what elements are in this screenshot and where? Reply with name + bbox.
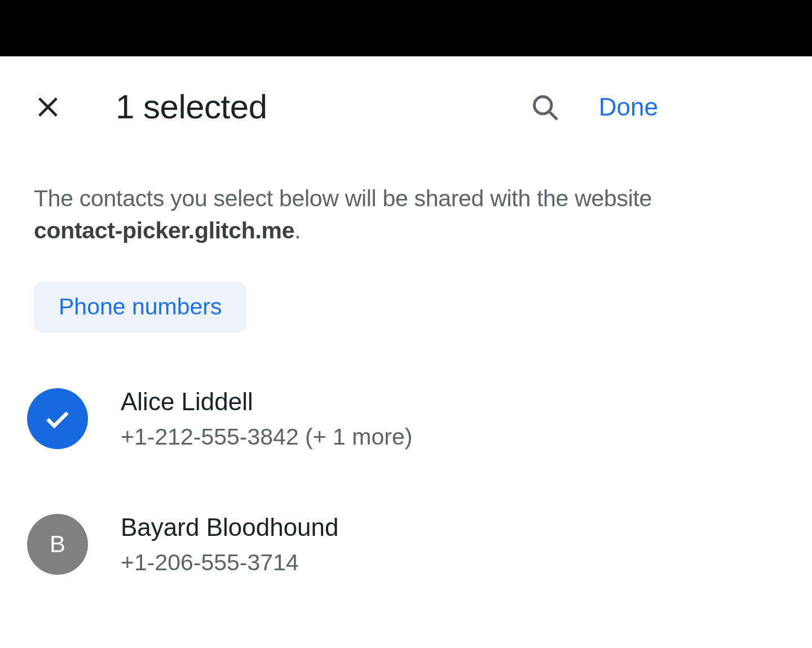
contact-row[interactable]: B Bayard Bloodhound +1-206-555-3714 [34, 498, 658, 592]
status-bar [0, 0, 812, 56]
svg-line-3 [549, 112, 556, 118]
contact-detail: +1-206-555-3714 [121, 549, 339, 576]
share-info-site: contact-picker.glitch.me [34, 218, 294, 243]
close-icon [35, 94, 61, 120]
picker-header: 1 selected Done [34, 56, 658, 140]
contact-row[interactable]: Alice Liddell +1-212-555-3842 (+ 1 more) [34, 372, 658, 466]
contact-info: Bayard Bloodhound +1-206-555-3714 [121, 513, 339, 576]
contact-avatar-selected [27, 388, 88, 449]
contact-info: Alice Liddell +1-212-555-3842 (+ 1 more) [121, 388, 412, 450]
property-chip-phone[interactable]: Phone numbers [34, 281, 246, 332]
share-info-suffix: . [294, 218, 301, 243]
search-icon [530, 92, 559, 122]
share-info-prefix: The contacts you select below will be sh… [34, 185, 652, 211]
contact-avatar-initial: B [27, 514, 88, 575]
contact-name: Bayard Bloodhound [121, 513, 339, 542]
done-button[interactable]: Done [599, 93, 658, 121]
selection-count-title: 1 selected [116, 87, 530, 126]
search-button[interactable] [530, 92, 559, 122]
contact-detail: +1-212-555-3842 (+ 1 more) [121, 424, 412, 450]
contact-name: Alice Liddell [121, 388, 412, 416]
check-icon [42, 403, 73, 434]
close-button[interactable] [34, 93, 62, 121]
share-info-text: The contacts you select below will be sh… [34, 183, 658, 247]
